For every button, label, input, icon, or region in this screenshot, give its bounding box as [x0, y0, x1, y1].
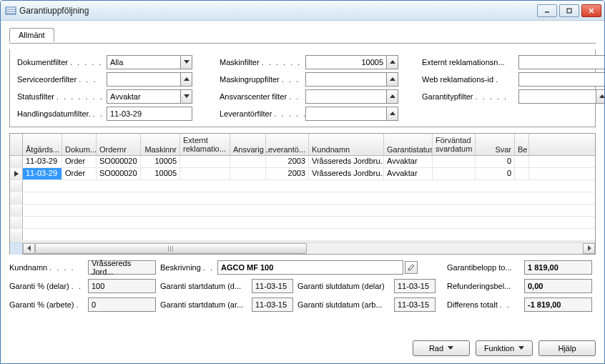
- statusfilter-label: Statusfilter: [17, 92, 54, 101]
- maximize-button[interactable]: [559, 4, 579, 17]
- dokumentfilter-label: Dokumentfilter: [17, 58, 68, 67]
- scroll-thumb[interactable]: [35, 243, 307, 254]
- garanti-pct-arbete-label: Garanti % (arbete): [9, 300, 74, 309]
- ansvarscenter-combo[interactable]: [305, 89, 398, 104]
- externt-label: Externt reklamationsn...: [422, 58, 505, 67]
- garanti-pct-delar-value: 100: [88, 279, 156, 293]
- tab-row: Allmänt: [9, 28, 596, 44]
- garantibelopp-label: Garantibelopp to...: [447, 263, 512, 272]
- rad-button[interactable]: Rad: [413, 340, 470, 356]
- lookup-icon[interactable]: [386, 90, 398, 103]
- lookup-icon[interactable]: [180, 73, 192, 86]
- svg-marker-11: [390, 77, 395, 81]
- lookup-icon[interactable]: [386, 107, 398, 120]
- web-input[interactable]: [518, 72, 605, 87]
- col-externt[interactable]: Externt reklamatio...: [180, 134, 230, 155]
- leverantorfilter-combo[interactable]: [305, 107, 398, 121]
- maskinfilter-label: Maskinfilter: [220, 58, 260, 67]
- lookup-icon[interactable]: [596, 90, 605, 103]
- col-be[interactable]: Be: [515, 134, 529, 155]
- svg-marker-9: [390, 60, 395, 64]
- web-label: Web reklamations-id: [422, 75, 493, 84]
- maskingruppfilter-label: Maskingruppfilter: [220, 75, 280, 84]
- edit-icon[interactable]: [405, 261, 418, 274]
- svg-marker-8: [184, 60, 190, 64]
- svg-marker-10: [184, 77, 190, 81]
- handlingsdatum-label: Handlingsdatumfilter.: [17, 109, 91, 118]
- close-button[interactable]: [581, 4, 601, 17]
- scroll-left-icon[interactable]: [23, 243, 35, 254]
- handlingsdatum-input[interactable]: [107, 107, 192, 121]
- dokumentfilter-combo[interactable]: [107, 55, 192, 69]
- refunderingsbel-label: Refunderingsbel...: [447, 282, 511, 290]
- garanti-slut-arbete-label: Garanti slutdatum (arb...: [297, 300, 383, 309]
- col-dokum[interactable]: Dokum...: [62, 134, 97, 155]
- chevron-down-icon[interactable]: [180, 90, 192, 103]
- col-leveranto[interactable]: Leverantö...: [266, 134, 309, 155]
- ansvarscenter-label: Ansvarscenter filter: [220, 92, 287, 101]
- kundnamn-label: Kundnamn: [9, 263, 47, 272]
- svg-marker-16: [14, 171, 19, 177]
- window-buttons: [537, 4, 601, 17]
- beskrivning-label: Beskrivning: [160, 263, 201, 272]
- svg-marker-17: [27, 245, 31, 251]
- garanti-start-arbete-value: 11-03-15: [252, 297, 293, 312]
- svg-marker-19: [448, 346, 453, 350]
- differens-value: -1 819,00: [524, 297, 592, 312]
- refunderingsbel-value: 0,00: [524, 279, 592, 293]
- hjalp-button[interactable]: Hjälp: [538, 340, 596, 356]
- col-atgard[interactable]: Åtgärds...: [23, 134, 62, 155]
- kundnamn-value: Vråssereds Jord...: [88, 260, 156, 275]
- col-svar[interactable]: Svar: [476, 134, 515, 155]
- titlebar: Garantiuppföljning: [1, 1, 604, 21]
- svg-rect-5: [567, 9, 571, 13]
- minimize-button[interactable]: [537, 4, 557, 17]
- chevron-down-icon[interactable]: [180, 56, 192, 69]
- maskingruppfilter-combo[interactable]: [305, 72, 398, 87]
- garantityp-combo[interactable]: [518, 89, 605, 104]
- garanti-start-delar-value: 11-03-15: [252, 279, 293, 293]
- svg-marker-14: [599, 94, 605, 98]
- maskinfilter-input[interactable]: [306, 58, 386, 67]
- serviceorderfilter-combo[interactable]: [107, 72, 192, 87]
- funktion-button[interactable]: Funktion: [476, 340, 533, 356]
- table-row[interactable]: 11-03-29 Order SO000020 10005 2003 Vråss…: [10, 168, 595, 180]
- col-kundnamn[interactable]: Kundnamn: [309, 134, 384, 155]
- dokumentfilter-input[interactable]: [107, 58, 180, 67]
- leverantorfilter-label: Leverantörfilter: [220, 109, 272, 118]
- client-area: Allmänt Dokumentfilter . . . . . Maskinf…: [1, 21, 604, 338]
- garantityp-label: Garantitypfilter: [422, 92, 473, 101]
- svg-marker-20: [518, 346, 524, 350]
- col-ansvarig[interactable]: Ansvarig: [230, 134, 266, 155]
- filter-panel: Dokumentfilter . . . . . Maskinfilter . …: [9, 49, 596, 127]
- statusfilter-combo[interactable]: [107, 89, 192, 104]
- beskrivning-input[interactable]: AGCO MF 100: [217, 260, 403, 275]
- grid-body: 11-03-29 Order SO000020 10005 2003 Vråss…: [10, 156, 595, 242]
- garanti-slut-arbete-value: 11-03-15: [394, 297, 436, 312]
- footer: Rad Funktion Hjälp: [1, 338, 604, 363]
- window-title: Garantiuppföljning: [19, 6, 537, 16]
- lookup-icon[interactable]: [386, 56, 398, 69]
- garanti-pct-delar-label: Garanti % (delar): [9, 282, 69, 290]
- table-row[interactable]: 11-03-29 Order SO000020 10005 2003 Vråss…: [10, 156, 595, 168]
- col-garantistatus[interactable]: Garantistatus: [384, 134, 433, 155]
- col-forvantad[interactable]: Förväntad svardatum: [433, 134, 476, 155]
- maskinfilter-combo[interactable]: [305, 55, 398, 69]
- svg-marker-13: [390, 94, 395, 98]
- externt-input[interactable]: [518, 55, 605, 69]
- differens-label: Differens totalt: [447, 300, 498, 309]
- garanti-slut-delar-value: 11-03-15: [394, 279, 436, 293]
- detail-panel: Kundnamn . . . . Vråssereds Jord... Besk…: [9, 260, 596, 312]
- garanti-slut-delar-label: Garanti slutdatum (delar): [297, 282, 385, 290]
- tab-allmant[interactable]: Allmänt: [9, 28, 54, 42]
- lookup-icon[interactable]: [386, 73, 398, 86]
- grid-scrollbar[interactable]: [10, 242, 595, 254]
- garantibelopp-value: 1 819,00: [524, 260, 592, 275]
- scroll-right-icon[interactable]: [583, 243, 595, 254]
- col-maskinnr[interactable]: Maskinnr: [141, 134, 180, 155]
- garanti-start-arbete-label: Garanti startdatum (ar...: [160, 300, 243, 309]
- col-ordernr[interactable]: Ordernr: [97, 134, 141, 155]
- garanti-pct-arbete-value: 0: [88, 297, 156, 312]
- svg-marker-18: [588, 245, 591, 251]
- data-grid[interactable]: Åtgärds... Dokum... Ordernr Maskinnr Ext…: [9, 133, 596, 255]
